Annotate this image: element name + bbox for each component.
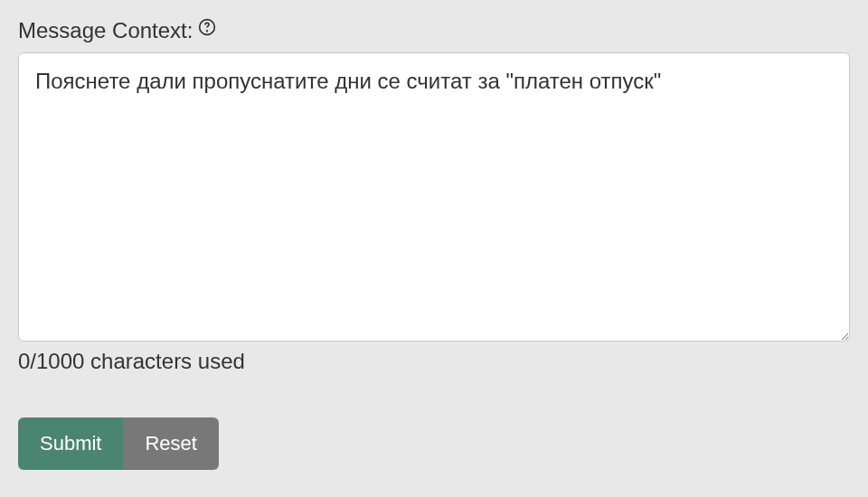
textarea-wrapper <box>18 52 850 345</box>
message-context-label: Message Context: <box>18 18 193 43</box>
button-row: Submit Reset <box>18 417 850 470</box>
label-row: Message Context: <box>18 18 850 43</box>
reset-button[interactable]: Reset <box>123 417 218 470</box>
message-context-input[interactable] <box>18 52 850 342</box>
help-icon[interactable] <box>198 18 216 36</box>
svg-point-1 <box>207 31 208 32</box>
character-counter: 0/1000 characters used <box>18 349 850 374</box>
submit-button[interactable]: Submit <box>18 417 123 470</box>
